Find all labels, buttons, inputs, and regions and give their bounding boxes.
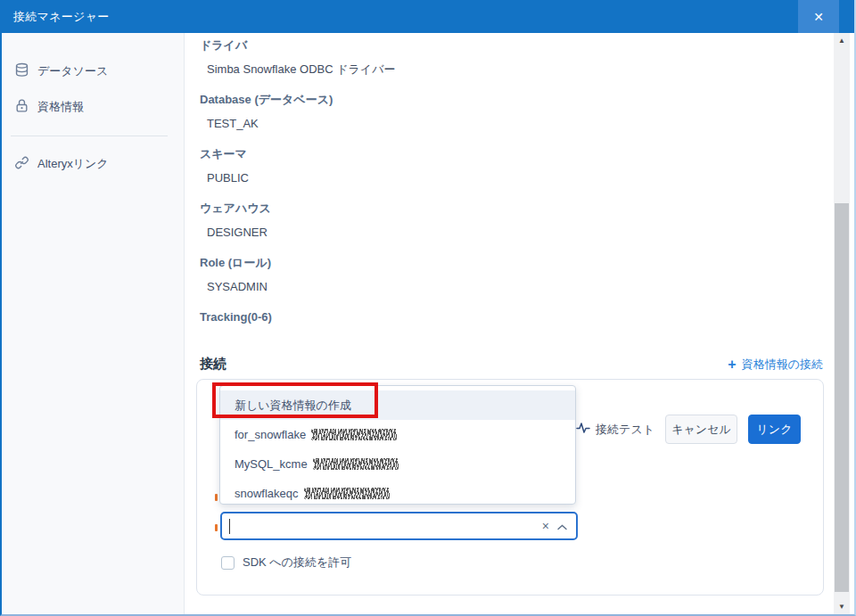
redacted-text <box>311 429 397 440</box>
plus-icon: + <box>728 358 736 371</box>
close-button[interactable]: ✕ <box>798 0 839 33</box>
database-icon <box>14 62 29 81</box>
credential-dropdown: 新しい資格情報の作成 for_snowflake MySQL_kcme snow… <box>219 385 576 505</box>
required-asterisk-fragment <box>215 494 218 501</box>
text-caret <box>229 519 230 534</box>
connection-manager-window: 接続マネージャー ✕ データソース 資格情報 <box>0 0 856 616</box>
dropdown-item-create-new-credential[interactable]: 新しい資格情報の作成 <box>220 390 575 420</box>
field-label: スキーマ <box>200 146 834 161</box>
add-link-label: 資格情報の接続 <box>742 357 823 373</box>
field-value: Simba Snowflake ODBC ドライバー <box>200 62 834 77</box>
link-label: リンク <box>757 422 793 438</box>
required-asterisk-fragment <box>215 524 218 531</box>
field-value: SYSADMIN <box>200 279 834 294</box>
sdk-checkbox-row: SDK への接続を許可 <box>221 554 351 571</box>
field-value: DESIGNER <box>200 225 834 240</box>
connection-test-label: 接続テスト <box>596 422 654 438</box>
field-role: Role (ロール) SYSADMIN <box>200 255 834 294</box>
sidebar-item-label: 資格情報 <box>37 99 84 115</box>
field-value: TEST_AK <box>200 116 834 131</box>
sdk-checkbox[interactable] <box>221 556 235 570</box>
scroll-up-arrow-icon[interactable]: ▲ <box>834 33 850 48</box>
vertical-scrollbar[interactable]: ▲ ▼ <box>834 33 850 614</box>
scroll-down-arrow-icon[interactable]: ▼ <box>834 599 850 614</box>
field-list: ドライバ Simba Snowflake ODBC ドライバー Database… <box>185 33 834 324</box>
title-bar: 接続マネージャー <box>2 0 854 33</box>
sidebar-item-data-sources[interactable]: データソース <box>2 62 184 81</box>
dropdown-item-label: MySQL_kcme <box>235 457 308 471</box>
sdk-checkbox-label: SDK への接続を許可 <box>243 554 351 571</box>
close-icon: ✕ <box>813 10 824 24</box>
chevron-up-icon[interactable] <box>557 518 567 534</box>
action-row: 接続テスト キャンセル リンク <box>576 415 801 444</box>
scrollbar-thumb[interactable] <box>835 203 849 592</box>
field-database: Database (データベース) TEST_AK <box>200 92 834 131</box>
field-label: Tracking(0-6) <box>200 309 834 324</box>
pulse-icon <box>576 422 590 438</box>
dropdown-item-for-snowflake[interactable]: for_snowflake <box>220 420 575 449</box>
field-label: ドライバ <box>200 37 834 53</box>
field-warehouse: ウェアハウス DESIGNER <box>200 201 834 240</box>
credential-combobox: × <box>220 512 578 540</box>
dropdown-item-label: for_snowflake <box>235 428 306 441</box>
sidebar: データソース 資格情報 Alteryxリンク <box>2 33 185 614</box>
field-label: Database (データベース) <box>200 92 834 107</box>
sidebar-divider <box>11 136 168 136</box>
main-panel: ドライバ Simba Snowflake ODBC ドライバー Database… <box>185 33 834 612</box>
connection-test-button[interactable]: 接続テスト <box>576 422 654 438</box>
connection-card: 接続テスト キャンセル リンク 新しい資格情報の作成 for_snowflake <box>196 379 824 595</box>
field-schema: スキーマ PUBLIC <box>200 146 834 185</box>
link-icon <box>14 155 29 174</box>
redacted-text <box>304 488 390 499</box>
field-tracking: Tracking(0-6) <box>200 309 834 324</box>
window-title: 接続マネージャー <box>2 9 110 25</box>
dropdown-item-mysql-kcme[interactable]: MySQL_kcme <box>220 449 575 479</box>
link-button[interactable]: リンク <box>748 415 801 444</box>
field-value: PUBLIC <box>200 170 834 185</box>
connection-header: 接続 + 資格情報の接続 <box>200 356 823 373</box>
sidebar-item-alteryx-link[interactable]: Alteryxリンク <box>2 154 184 174</box>
sidebar-item-label: データソース <box>37 63 108 79</box>
connection-heading: 接続 <box>200 356 226 373</box>
sidebar-item-label: Alteryxリンク <box>37 156 109 172</box>
field-label: Role (ロール) <box>200 255 834 270</box>
lock-icon <box>14 98 29 117</box>
field-label: ウェアハウス <box>200 201 834 216</box>
redacted-text <box>313 458 399 470</box>
field-driver: ドライバ Simba Snowflake ODBC ドライバー <box>200 37 834 77</box>
dropdown-item-label: 新しい資格情報の作成 <box>235 398 351 414</box>
cancel-label: キャンセル <box>671 422 731 438</box>
add-credential-connection-link[interactable]: + 資格情報の接続 <box>728 357 823 373</box>
sidebar-item-credentials[interactable]: 資格情報 <box>2 97 184 117</box>
clear-icon[interactable]: × <box>542 520 549 532</box>
cancel-button[interactable]: キャンセル <box>665 415 737 444</box>
combo-icons: × <box>542 518 576 534</box>
dropdown-item-label: snowflakeqc <box>235 487 299 500</box>
credential-search-input[interactable] <box>222 513 542 538</box>
dropdown-item-snowflakeqc[interactable]: snowflakeqc <box>220 479 575 508</box>
